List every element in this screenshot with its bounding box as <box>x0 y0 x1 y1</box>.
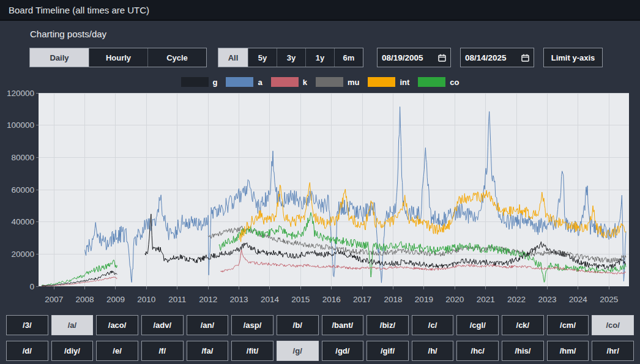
board-button-b[interactable]: /b/ <box>277 315 319 335</box>
x-tick-label: 2007 <box>45 295 63 304</box>
x-tick-label: 2017 <box>353 295 371 304</box>
timeline-chart-svg: 0200004000060000800001000001200002007200… <box>0 86 640 312</box>
board-button-h[interactable]: /h/ <box>412 341 454 361</box>
x-tick-label: 2023 <box>538 295 556 304</box>
range-option-3y[interactable]: 3y <box>277 48 305 67</box>
controls-row: DailyHourlyCycle All5y3y1y6m <box>29 48 603 67</box>
calendar-icon[interactable] <box>521 54 529 62</box>
date-to-input[interactable] <box>460 48 534 67</box>
board-button-gif[interactable]: /gif/ <box>367 341 409 361</box>
x-tick-label: 2018 <box>384 295 402 304</box>
board-button-asp[interactable]: /asp/ <box>231 315 273 335</box>
app-header: Board Timeline (all times are UTC) <box>0 0 640 21</box>
y-tick-label: 40000 <box>11 217 34 226</box>
mode-group: DailyHourlyCycle <box>29 48 207 67</box>
page-title: Board Timeline (all times are UTC) <box>9 5 149 15</box>
x-tick-label: 2013 <box>230 295 248 304</box>
date-to-value[interactable] <box>465 53 519 62</box>
mode-option-hourly[interactable]: Hourly <box>89 48 147 67</box>
board-button-cgl[interactable]: /cgl/ <box>456 315 499 335</box>
x-tick-label: 2009 <box>106 295 125 304</box>
x-tick-label: 2024 <box>569 295 588 304</box>
x-tick-label: 2015 <box>291 295 310 304</box>
chart-subtitle: Charting posts/day <box>30 29 106 39</box>
date-from-value[interactable] <box>382 53 436 62</box>
x-tick-label: 2021 <box>477 295 495 304</box>
range-option-all[interactable]: All <box>218 48 248 67</box>
x-tick-label: 2012 <box>199 295 217 304</box>
board-button-ck[interactable]: /ck/ <box>502 315 544 335</box>
board-button-hm[interactable]: /hm/ <box>547 341 589 361</box>
board-button-hr[interactable]: /hr/ <box>592 341 634 361</box>
x-tick-label: 2016 <box>322 295 341 304</box>
board-button-aco[interactable]: /aco/ <box>96 315 138 335</box>
board-button-diy[interactable]: /diy/ <box>51 341 94 361</box>
y-tick-label: 0 <box>29 282 34 291</box>
range-group: All5y3y1y6m <box>218 48 363 67</box>
board-button-fit[interactable]: /fit/ <box>231 341 273 361</box>
board-grid: /3//a//aco//adv//an//asp//b//bant//biz//… <box>6 315 634 361</box>
board-button-d[interactable]: /d/ <box>6 341 48 361</box>
board-button-adv[interactable]: /adv/ <box>141 315 184 335</box>
range-option-6m[interactable]: 6m <box>334 48 363 67</box>
mode-option-daily[interactable]: Daily <box>30 48 89 67</box>
board-button-f[interactable]: /f/ <box>141 341 184 361</box>
board-button-c[interactable]: /c/ <box>412 315 454 335</box>
board-button-e[interactable]: /e/ <box>96 341 138 361</box>
limit-y-axis-button[interactable]: Limit y-axis <box>543 48 603 67</box>
board-button-g[interactable]: /g/ <box>277 341 319 361</box>
x-tick-label: 2019 <box>415 295 433 304</box>
board-button-cm[interactable]: /cm/ <box>547 315 589 335</box>
board-button-biz[interactable]: /biz/ <box>367 315 409 335</box>
x-tick-label: 2010 <box>137 295 155 304</box>
board-button-co[interactable]: /co/ <box>592 315 634 335</box>
x-tick-label: 2020 <box>445 295 464 304</box>
date-from-input[interactable] <box>377 48 451 67</box>
board-button-bant[interactable]: /bant/ <box>322 315 364 335</box>
x-tick-label: 2025 <box>600 295 618 304</box>
board-button-hc[interactable]: /hc/ <box>456 341 499 361</box>
y-tick-label: 20000 <box>11 250 34 259</box>
x-tick-label: 2011 <box>168 295 186 304</box>
y-tick-label: 80000 <box>11 153 34 162</box>
range-option-5y[interactable]: 5y <box>248 48 277 67</box>
y-tick-label: 100000 <box>7 121 34 130</box>
y-tick-label: 60000 <box>11 185 34 195</box>
board-button-an[interactable]: /an/ <box>187 315 229 335</box>
timeline-chart: 0200004000060000800001000001200002007200… <box>0 86 640 312</box>
range-option-1y[interactable]: 1y <box>305 48 334 67</box>
board-button-his[interactable]: /his/ <box>502 341 544 361</box>
board-timeline-page: Board Timeline (all times are UTC) Chart… <box>0 0 640 364</box>
mode-option-cycle[interactable]: Cycle <box>147 48 206 67</box>
x-tick-label: 2008 <box>76 295 94 304</box>
board-button-a[interactable]: /a/ <box>51 315 94 335</box>
x-tick-label: 2014 <box>261 295 280 304</box>
board-button-fa[interactable]: /fa/ <box>187 341 229 361</box>
board-button-gd[interactable]: /gd/ <box>322 341 364 361</box>
calendar-icon[interactable] <box>438 54 446 62</box>
x-tick-label: 2022 <box>507 295 526 304</box>
y-tick-label: 120000 <box>7 89 34 98</box>
board-button-3[interactable]: /3/ <box>6 315 48 335</box>
